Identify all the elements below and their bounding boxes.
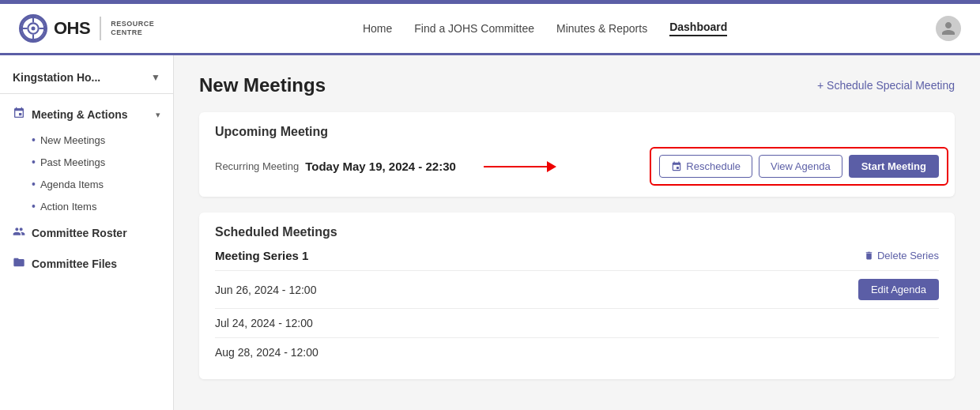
meeting-series-title: Meeting Series 1 (215, 249, 308, 262)
sidebar-new-meetings[interactable]: New Meetings (25, 129, 173, 151)
scheduled-date-row-0: Jun 26, 2024 - 12:00 Edit Agenda (215, 270, 939, 308)
header-right (936, 16, 961, 41)
committee-roster-label: Committee Roster (32, 227, 127, 239)
main-content: New Meetings + Schedule Special Meeting … (174, 55, 980, 410)
sidebar: Kingstation Ho... ▼ Meeting & Actions ▾ … (0, 55, 174, 410)
schedule-special-meeting-button[interactable]: + Schedule Special Meeting (817, 79, 955, 92)
view-agenda-button[interactable]: View Agenda (759, 155, 842, 178)
sidebar-org[interactable]: Kingstation Ho... ▼ (0, 68, 173, 94)
upcoming-meeting-section: Upcoming Meeting Recurring Meeting Today… (199, 112, 955, 197)
red-arrow (484, 161, 556, 172)
upcoming-meeting-row: Recurring Meeting Today May 19, 2024 - 2… (215, 149, 939, 184)
scheduled-section-title: Scheduled Meetings (215, 225, 939, 239)
sidebar-sub-items: New Meetings Past Meetings Agenda Items … (0, 129, 173, 217)
nav-minutes[interactable]: Minutes & Reports (556, 22, 647, 35)
page-title: New Meetings (199, 74, 326, 96)
main-header: New Meetings + Schedule Special Meeting (199, 74, 955, 96)
sidebar-committee-roster[interactable]: Committee Roster (0, 217, 173, 248)
meeting-series-header: Meeting Series 1 Delete Series (215, 249, 939, 262)
logo-rc1: RESOURCE (111, 20, 154, 28)
logo-text: OHS (54, 18, 90, 39)
logo-divider (100, 17, 101, 40)
scheduled-date-row-2: Aug 28, 2024 - 12:00 (215, 337, 939, 367)
nav-home[interactable]: Home (363, 22, 392, 35)
app-layout: Kingstation Ho... ▼ Meeting & Actions ▾ … (0, 55, 980, 410)
scheduled-date-1: Jul 24, 2024 - 12:00 (215, 317, 313, 329)
logo-rc2: CENTRE (111, 28, 154, 37)
meeting-info: Recurring Meeting Today May 19, 2024 - 2… (215, 160, 456, 173)
view-agenda-label: View Agenda (771, 160, 831, 172)
avatar[interactable] (936, 16, 961, 41)
meeting-icon (13, 107, 25, 122)
reschedule-button[interactable]: Reschedule (659, 155, 752, 178)
start-meeting-label: Start Meeting (861, 160, 926, 172)
action-buttons: Reschedule View Agenda Start Meeting (659, 155, 939, 178)
arrow-line (484, 166, 547, 167)
edit-agenda-button-0[interactable]: Edit Agenda (858, 279, 939, 300)
people-icon (13, 225, 25, 240)
app-header: OHS RESOURCE CENTRE Home Find a JOHS Com… (0, 4, 980, 55)
org-arrow-icon: ▼ (151, 72, 160, 83)
trash-icon (864, 250, 874, 261)
start-meeting-button[interactable]: Start Meeting (849, 155, 939, 178)
svg-point-2 (32, 27, 36, 31)
sidebar-past-meetings[interactable]: Past Meetings (25, 151, 173, 173)
calendar-icon (671, 161, 682, 172)
delete-series-label: Delete Series (877, 250, 939, 261)
sidebar-committee-files[interactable]: Committee Files (0, 248, 173, 279)
arrow-head (547, 161, 556, 172)
upcoming-section-title: Upcoming Meeting (215, 125, 939, 139)
meeting-actions-arrow: ▾ (156, 110, 160, 120)
committee-files-label: Committee Files (32, 258, 117, 270)
folder-icon (13, 256, 25, 271)
sidebar-agenda-items[interactable]: Agenda Items (25, 173, 173, 195)
sidebar-action-items[interactable]: Action Items (25, 195, 173, 217)
scheduled-date-0: Jun 26, 2024 - 12:00 (215, 284, 316, 296)
recurring-badge: Recurring Meeting (215, 160, 299, 172)
nav-dashboard[interactable]: Dashboard (669, 21, 727, 36)
nav-johs[interactable]: Find a JOHS Committee (414, 22, 534, 35)
scheduled-date-2: Aug 28, 2024 - 12:00 (215, 346, 318, 359)
meeting-datetime: Today May 19, 2024 - 22:30 (305, 160, 456, 173)
sidebar-meeting-actions[interactable]: Meeting & Actions ▾ (0, 100, 173, 129)
logo-icon (19, 14, 47, 43)
main-nav: Home Find a JOHS Committee Minutes & Rep… (363, 21, 727, 36)
scheduled-meetings-section: Scheduled Meetings Meeting Series 1 Dele… (199, 213, 955, 379)
scheduled-date-row-1: Jul 24, 2024 - 12:00 (215, 308, 939, 337)
meeting-actions-label: Meeting & Actions (32, 108, 128, 121)
org-name: Kingstation Ho... (13, 71, 100, 84)
delete-series-button[interactable]: Delete Series (864, 250, 939, 261)
logo-ohs: OHS (54, 18, 90, 39)
reschedule-label: Reschedule (686, 160, 741, 172)
